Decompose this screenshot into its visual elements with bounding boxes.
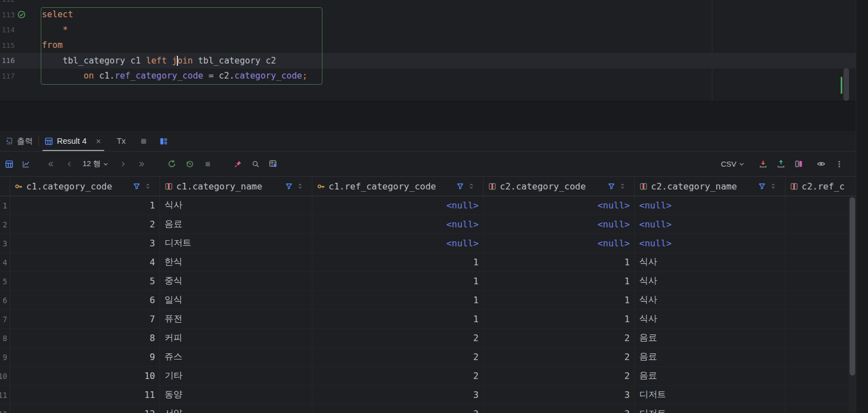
table-row[interactable]: 22음료<null><null><null> — [0, 215, 856, 234]
more-options-button[interactable] — [831, 156, 847, 172]
layout-icon[interactable] — [160, 137, 168, 145]
column-header[interactable]: c2.category_name — [635, 177, 785, 196]
table-cell[interactable] — [785, 272, 856, 290]
table-cell[interactable]: 1 — [312, 272, 484, 290]
table-cell[interactable]: 음료 — [635, 367, 785, 385]
table-cell[interactable]: 디저트 — [635, 405, 785, 413]
table-row[interactable]: 66일식11식사 — [0, 291, 856, 310]
table-cell[interactable]: <null> — [312, 234, 484, 252]
find-button[interactable] — [248, 156, 263, 172]
table-cell[interactable]: 퓨전 — [160, 310, 312, 328]
column-header[interactable]: c1.category_name — [160, 177, 312, 196]
grid-scrollbar[interactable] — [848, 196, 856, 413]
statement-success-icon[interactable] — [17, 11, 26, 19]
chart-view-button[interactable] — [18, 156, 33, 172]
table-cell[interactable]: 커피 — [160, 329, 312, 347]
row-number[interactable]: 2 — [0, 215, 10, 234]
table-cell[interactable]: <null> — [484, 215, 635, 234]
table-cell[interactable]: <null> — [635, 234, 785, 252]
stop-button[interactable] — [200, 156, 215, 172]
table-cell[interactable]: 음료 — [635, 329, 785, 347]
export-format-dropdown[interactable]: CSV — [721, 160, 745, 168]
close-icon[interactable] — [95, 138, 102, 145]
table-cell[interactable]: <null> — [312, 196, 484, 215]
table-cell[interactable]: 3 — [312, 405, 484, 413]
table-row[interactable]: 1111동양33디저트 — [0, 386, 856, 405]
table-cell[interactable]: 1 — [484, 272, 635, 290]
editor-line[interactable]: 113select — [0, 7, 856, 23]
tab-result-4[interactable]: Result 4 — [39, 131, 108, 151]
row-number[interactable]: 9 — [0, 348, 10, 366]
table-cell[interactable]: 1 — [484, 253, 635, 271]
table-row[interactable]: 77퓨전11식사 — [0, 310, 856, 329]
next-page-button[interactable] — [115, 156, 131, 172]
table-row[interactable]: 11식사<null><null><null> — [0, 196, 856, 215]
table-cell[interactable]: 서양 — [160, 405, 312, 413]
row-number[interactable]: 4 — [0, 253, 10, 271]
table-cell[interactable]: 디저트 — [635, 386, 785, 404]
table-cell[interactable]: 12 — [10, 405, 160, 413]
table-cell[interactable]: <null> — [484, 196, 635, 215]
table-cell[interactable]: 기타 — [160, 367, 312, 385]
editor-toolwindow-splitter[interactable] — [0, 101, 856, 131]
row-number[interactable]: 7 — [0, 310, 10, 328]
table-cell[interactable]: 디저트 — [160, 234, 312, 252]
filter-icon[interactable] — [758, 182, 766, 190]
table-cell[interactable]: 일식 — [160, 291, 312, 309]
filter-icon[interactable] — [456, 182, 464, 190]
table-row[interactable]: 55중식11식사 — [0, 272, 856, 291]
row-number[interactable]: 8 — [0, 329, 10, 347]
filter-icon[interactable] — [133, 182, 141, 190]
error-stripe-green-mark[interactable] — [841, 77, 842, 94]
table-cell[interactable] — [785, 310, 856, 328]
table-cell[interactable]: 식사 — [160, 196, 312, 215]
table-view-options-button[interactable] — [266, 156, 281, 172]
table-cell[interactable]: 1 — [10, 196, 160, 215]
table-cell[interactable]: 9 — [10, 348, 160, 366]
scrollbar-thumb[interactable] — [850, 197, 855, 376]
tab-output[interactable]: 출력 — [1, 131, 38, 151]
table-cell[interactable]: 3 — [10, 234, 160, 252]
row-number[interactable]: 6 — [0, 291, 10, 309]
table-cell[interactable] — [785, 348, 856, 366]
sql-editor[interactable]: 112113select114 *115from116 tbl_category… — [0, 0, 856, 101]
editor-scrollbar[interactable] — [843, 68, 849, 101]
table-cell[interactable]: <null> — [635, 196, 785, 215]
column-header[interactable]: c1.ref_category_code — [312, 177, 484, 196]
table-cell[interactable]: 2 — [484, 348, 635, 366]
editor-line[interactable]: 115from — [0, 38, 856, 54]
table-cell[interactable] — [785, 386, 856, 404]
row-number[interactable]: 12 — [0, 405, 10, 413]
first-page-button[interactable] — [42, 156, 58, 172]
table-cell[interactable]: 중식 — [160, 272, 312, 290]
table-cell[interactable]: 4 — [10, 253, 160, 271]
filter-icon[interactable] — [285, 182, 293, 190]
sort-icon[interactable] — [619, 182, 626, 190]
table-cell[interactable]: 3 — [312, 386, 484, 404]
editor-line[interactable]: 116 tbl_category c1 left join tbl_catego… — [0, 53, 856, 69]
download-button[interactable] — [755, 156, 771, 172]
editor-line[interactable]: 112 — [0, 0, 856, 7]
table-row[interactable]: 33디저트<null><null><null> — [0, 234, 856, 253]
view-options-eye-button[interactable] — [813, 156, 829, 172]
table-cell[interactable] — [785, 329, 856, 347]
last-page-button[interactable] — [134, 156, 150, 172]
table-cell[interactable] — [785, 367, 856, 385]
table-row[interactable]: 99쥬스22음료 — [0, 348, 856, 367]
row-number[interactable]: 5 — [0, 272, 10, 290]
table-cell[interactable]: 식사 — [635, 310, 785, 328]
row-number[interactable]: 11 — [0, 386, 10, 404]
table-cell[interactable]: 동양 — [160, 386, 312, 404]
sort-icon[interactable] — [144, 182, 152, 190]
column-header[interactable]: c2.category_code — [484, 177, 635, 196]
table-cell[interactable]: <null> — [312, 215, 484, 234]
table-row[interactable]: 1212서양33디저트 — [0, 405, 856, 413]
table-row[interactable]: 44한식11식사 — [0, 253, 856, 272]
table-row[interactable]: 1010기타22음료 — [0, 367, 856, 386]
table-cell[interactable]: 2 — [312, 367, 484, 385]
table-cell[interactable]: 1 — [312, 291, 484, 309]
table-cell[interactable]: 음료 — [160, 215, 312, 234]
table-cell[interactable]: 1 — [484, 291, 635, 309]
table-cell[interactable]: 3 — [484, 386, 635, 404]
table-cell[interactable]: 1 — [484, 310, 635, 328]
